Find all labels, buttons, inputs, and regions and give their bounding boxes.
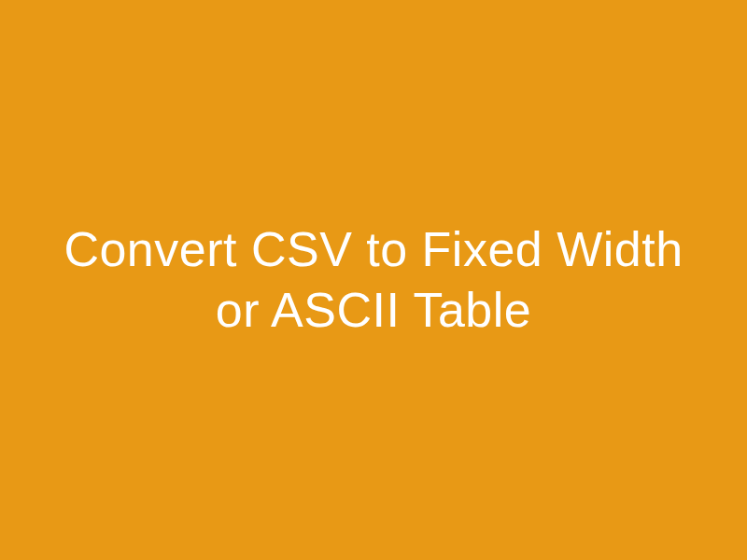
page-title: Convert CSV to Fixed Width or ASCII Tabl… bbox=[0, 219, 747, 341]
